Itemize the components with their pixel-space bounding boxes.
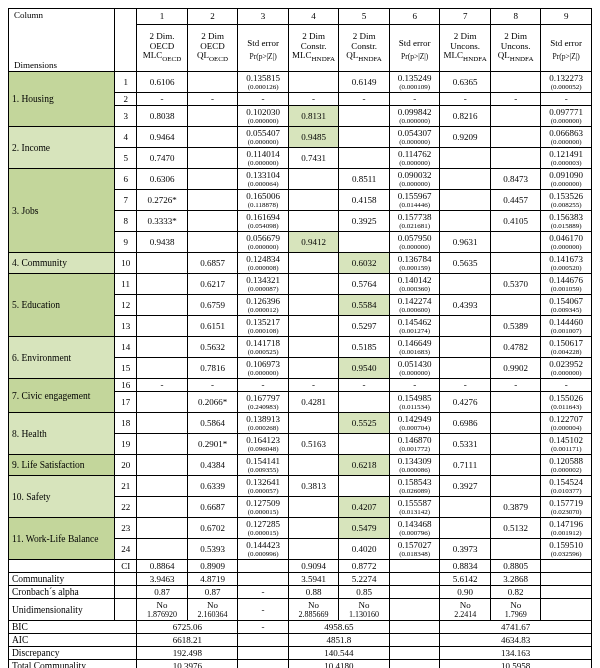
data-cell	[187, 211, 238, 232]
data-cell	[490, 455, 541, 476]
dimension-label: 5. Education	[9, 274, 115, 337]
col-num-5: 5	[339, 9, 390, 25]
row-index: 8	[115, 211, 137, 232]
footer-block-val: 10.3976	[137, 660, 238, 669]
data-cell: 0.5370	[490, 274, 541, 295]
col-header-9: Std errorPr(p>|Z|)	[541, 24, 592, 71]
data-cell: 0.5479	[339, 518, 390, 539]
col-header-5: 2 DimConstr.QLHNDFA	[339, 24, 390, 71]
col-num-8: 8	[490, 9, 541, 25]
footer-idx: CI	[115, 560, 137, 573]
row-index: 21	[115, 476, 137, 497]
data-cell: 0.127509(0.000015)	[238, 497, 289, 518]
data-cell: 0.6032	[339, 253, 390, 274]
footer-block-val: 134.163	[440, 647, 592, 660]
data-cell	[339, 232, 390, 253]
data-cell	[137, 337, 188, 358]
data-cell	[288, 413, 339, 434]
data-cell: 0.3973	[440, 539, 491, 560]
data-cell: 0.135815(0.000126)	[238, 72, 289, 93]
row-index: 20	[115, 455, 137, 476]
data-cell: 0.5297	[339, 316, 390, 337]
data-cell: 0.4281	[288, 392, 339, 413]
col-num-6: 6	[389, 9, 440, 25]
data-cell: 0.4020	[339, 539, 390, 560]
data-cell: 0.142949(0.000704)	[389, 413, 440, 434]
data-cell: 0.8864	[137, 560, 188, 573]
data-cell: No1.876920	[137, 599, 188, 621]
data-cell: 5.2274	[339, 573, 390, 586]
data-cell: 0.6339	[187, 476, 238, 497]
row-index: 6	[115, 169, 137, 190]
data-cell	[137, 316, 188, 337]
data-cell	[238, 560, 289, 573]
data-cell: -	[490, 379, 541, 392]
col-num-1: 1	[137, 9, 188, 25]
data-cell: 0.3927	[440, 476, 491, 497]
data-cell	[440, 211, 491, 232]
data-cell	[440, 274, 491, 295]
data-cell: -	[389, 93, 440, 106]
data-cell: No2.2414	[440, 599, 491, 621]
footer-label: Communality	[9, 573, 115, 586]
dimension-label: 4. Community	[9, 253, 115, 274]
footer-label: Cronbach´s alpha	[9, 586, 115, 599]
data-cell: 0.154067(0.009345)	[541, 295, 592, 316]
data-cell: 0.099842(0.000000)	[389, 106, 440, 127]
row-index: 5	[115, 148, 137, 169]
data-cell	[490, 72, 541, 93]
data-cell: 3.9463	[137, 573, 188, 586]
footer-block-val: 6618.21	[137, 634, 238, 647]
data-cell: -	[238, 599, 289, 621]
data-cell: 0.4105	[490, 211, 541, 232]
data-cell: 0.102030(0.000000)	[238, 106, 289, 127]
footer-label: Unidimensionality	[9, 599, 115, 621]
data-cell	[137, 455, 188, 476]
data-cell	[440, 316, 491, 337]
footer-block-val: 10.5958	[440, 660, 592, 669]
footer-idx	[115, 599, 137, 621]
data-cell: 0.9631	[440, 232, 491, 253]
data-cell: 0.2726*	[137, 190, 188, 211]
data-cell	[137, 476, 188, 497]
data-cell: 0.150617(0.004228)	[541, 337, 592, 358]
data-cell: 0.8216	[440, 106, 491, 127]
data-cell: 0.126396(0.000012)	[238, 295, 289, 316]
data-cell: 0.6365	[440, 72, 491, 93]
data-cell: 0.4393	[440, 295, 491, 316]
data-cell: 0.9412	[288, 232, 339, 253]
data-cell: 0.154524(0.010377)	[541, 476, 592, 497]
data-cell: 0.157719(0.023070)	[541, 497, 592, 518]
data-cell: -	[288, 379, 339, 392]
data-cell	[288, 455, 339, 476]
data-cell: 0.141673(0.000520)	[541, 253, 592, 274]
data-cell: 0.057950(0.000000)	[389, 232, 440, 253]
data-cell	[490, 434, 541, 455]
data-cell: 0.3333*	[137, 211, 188, 232]
data-cell: 0.146649(0.001683)	[389, 337, 440, 358]
data-cell: 0.154141(0.009355)	[238, 455, 289, 476]
data-cell: -	[137, 379, 188, 392]
data-cell: No2.160364	[187, 599, 238, 621]
data-cell	[490, 106, 541, 127]
data-cell	[288, 169, 339, 190]
col-num-2: 2	[187, 9, 238, 25]
data-cell: 0.8834	[440, 560, 491, 573]
row-index: 1	[115, 72, 137, 93]
data-cell	[490, 539, 541, 560]
data-cell	[187, 190, 238, 211]
row-index: 2	[115, 93, 137, 106]
data-cell: 0.143468(0.000796)	[389, 518, 440, 539]
data-cell	[440, 148, 491, 169]
data-cell: 0.6702	[187, 518, 238, 539]
data-cell: 0.8772	[339, 560, 390, 573]
data-cell: 0.9485	[288, 127, 339, 148]
data-cell	[490, 127, 541, 148]
data-cell: 0.9209	[440, 127, 491, 148]
data-cell	[137, 295, 188, 316]
data-cell: 0.046170(0.000000)	[541, 232, 592, 253]
footer-block-val	[389, 647, 440, 660]
data-cell	[288, 337, 339, 358]
data-cell: No1.130160	[339, 599, 390, 621]
data-cell: 0.147196(0.001912)	[541, 518, 592, 539]
